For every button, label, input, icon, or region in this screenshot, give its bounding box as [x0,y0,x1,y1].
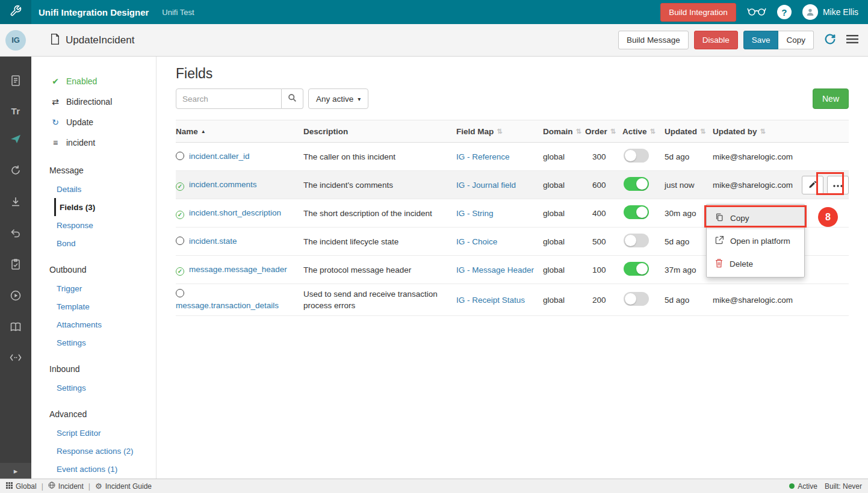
history-icon[interactable] [10,164,22,179]
nav-item-details[interactable]: Details [31,180,156,198]
field-updated-by: mike@sharelogic.com [713,152,802,161]
app-logo[interactable] [0,0,31,24]
statusbar-incident[interactable]: Incident [48,482,84,491]
annotation-step-badge: 8 [818,207,838,227]
copy-record-button[interactable]: Copy [778,31,814,49]
nav-item-bond[interactable]: Bond [31,234,156,252]
text-format-icon[interactable]: Tr [11,106,20,116]
context-menu-delete[interactable]: Delete [707,252,804,275]
save-button[interactable]: Save [743,31,779,49]
sidebar-nav: ✔ Enabled ⇄ Bidirectional ↻ Update ≡ inc… [31,57,157,479]
sort-icon: ⇅ [700,128,705,135]
nav-item-inbound-settings[interactable]: Settings [31,379,156,397]
nav-item-response-actions[interactable]: Response actions (2) [31,442,156,460]
statusbar-incident-guide[interactable]: ⚙ Incident Guide [95,482,152,491]
field-name-link[interactable]: message.message_header [189,265,287,274]
send-icon[interactable] [10,133,22,147]
column-description[interactable]: Description [303,127,456,136]
menu-item-label: Copy [730,214,749,223]
active-filter-dropdown[interactable]: Any active ▾ [308,88,368,109]
active-toggle[interactable] [624,205,649,219]
rail-expand-button[interactable]: ▸ [0,463,31,479]
nav-item-template[interactable]: Template [31,297,156,315]
active-toggle[interactable] [624,234,649,247]
search-input[interactable] [176,88,282,109]
book-icon[interactable] [10,321,22,335]
field-map-link[interactable]: IG - Message Header [456,265,534,274]
nav-item-update[interactable]: ↻ Update [31,112,156,132]
context-menu-open-in-platform[interactable]: Open in platform [707,229,804,252]
hamburger-icon [846,34,858,46]
user-name: Mike Ellis [823,7,858,17]
row-more-button[interactable] [827,176,849,194]
field-name-link[interactable]: incident.state [189,237,237,246]
field-map-link[interactable]: IG - Reference [456,152,510,161]
nav-item-attachments[interactable]: Attachments [31,315,156,333]
refresh-button[interactable] [823,33,837,48]
glasses-icon[interactable] [747,5,766,19]
new-field-button[interactable]: New [813,88,849,109]
nav-item-response[interactable]: Response [31,216,156,234]
field-map-link[interactable]: IG - Journal field [456,181,516,190]
field-name-link[interactable]: incident.short_description [189,208,281,217]
menu-button[interactable] [846,34,858,46]
nav-item-enabled[interactable]: ✔ Enabled [31,71,156,91]
column-active[interactable]: Active⇅ [622,127,665,136]
field-map-link[interactable]: IG - Receipt Status [456,296,525,305]
field-map-link[interactable]: IG - String [456,209,494,218]
nav-item-bidirectional[interactable]: ⇄ Bidirectional [31,91,156,112]
field-map-link[interactable]: IG - Choice [456,237,497,246]
download-icon[interactable] [10,196,22,210]
active-toggle[interactable] [624,177,649,191]
help-icon[interactable]: ? [777,5,792,19]
build-integration-button[interactable]: Build Integration [660,3,736,22]
statusbar-global[interactable]: Global [6,482,37,491]
tasks-icon[interactable] [10,258,22,273]
status-bar: Global | Incident | ⚙ Incident Guide Act… [0,479,868,493]
integration-avatar[interactable]: IG [5,30,26,51]
sort-icon: ⇅ [610,128,616,135]
statusbar-label: Built: Never [825,482,862,491]
field-order: 600 [585,181,622,190]
integration-name[interactable]: Unifi Test [162,8,194,17]
nav-item-incident[interactable]: ≡ incident [31,132,156,153]
fields-doc-icon[interactable] [10,75,22,89]
active-toggle[interactable] [624,292,649,306]
active-dot-icon [789,483,795,489]
play-icon[interactable] [10,290,22,304]
table-row: incident.caller_id The caller on this in… [176,143,849,171]
nav-item-script-editor[interactable]: Script Editor [31,424,156,442]
context-menu-copy[interactable]: Copy [707,206,804,229]
nav-section-inbound: Inbound [31,359,156,379]
column-updated[interactable]: Updated⇅ [665,127,713,136]
active-toggle[interactable] [624,262,649,276]
active-toggle[interactable] [624,149,649,163]
chevron-down-icon: ▾ [358,96,361,102]
user-menu[interactable]: Mike Ellis [802,4,858,20]
field-name-link[interactable]: incident.caller_id [189,152,250,161]
sort-icon: ⇅ [576,128,581,135]
field-name-link[interactable]: message.transaction_details [176,301,279,310]
check-icon: ✔ [51,76,60,86]
edit-field-button[interactable] [802,176,823,194]
column-order[interactable]: Order⇅ [585,127,622,136]
build-message-button[interactable]: Build Message [618,31,689,49]
nav-item-event-actions[interactable]: Event actions (1) [31,460,156,478]
column-field-map[interactable]: Field Map⇅ [456,127,543,136]
code-icon[interactable] [9,352,22,365]
row-context-menu: Copy Open in platform Delete [706,204,805,278]
search-button[interactable] [282,88,303,109]
statusbar-label: Global [16,482,37,491]
sort-asc-icon: ▲ [201,129,206,134]
undo-icon[interactable] [10,227,22,241]
nav-item-fields[interactable]: Fields (3) [54,198,156,216]
disable-button[interactable]: Disable [694,31,738,49]
field-name-link[interactable]: incident.comments [189,180,257,189]
column-name[interactable]: Name▲ [176,127,303,136]
wrench-icon [10,5,22,19]
column-domain[interactable]: Domain⇅ [543,127,585,136]
nav-item-trigger[interactable]: Trigger [31,279,156,297]
field-domain: global [543,152,585,161]
column-updated-by[interactable]: Updated by⇅ [713,127,802,136]
nav-item-outbound-settings[interactable]: Settings [31,333,156,352]
